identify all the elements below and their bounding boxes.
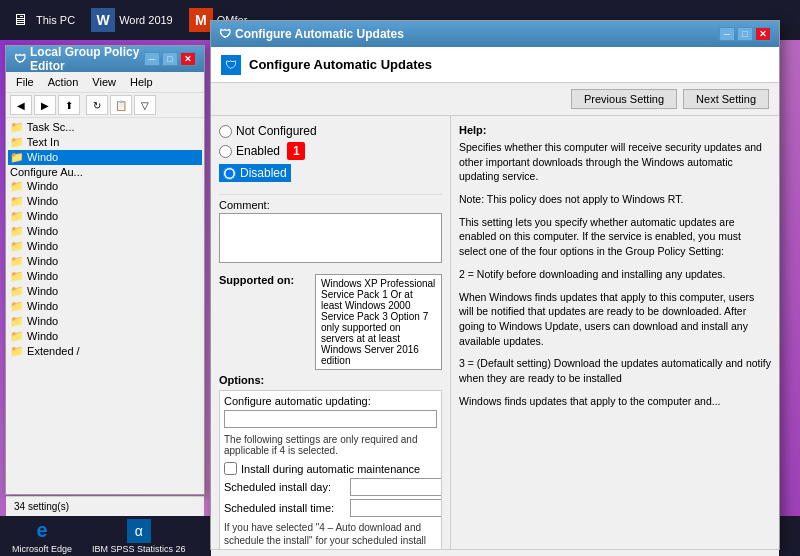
radio-not-configured-input[interactable] xyxy=(219,125,232,138)
configure-updating-row: Configure automatic updating: xyxy=(224,395,437,428)
tree-item-windo11[interactable]: 📁 Windo xyxy=(8,329,202,344)
comment-section: Comment: xyxy=(219,199,442,266)
gp-minimize-btn[interactable]: ─ xyxy=(144,52,160,66)
gp-shield-icon: 🛡 xyxy=(14,52,26,66)
help-p2: Note: This policy does not apply to Wind… xyxy=(459,192,771,207)
gp-status-bar: 34 setting(s) xyxy=(6,496,204,516)
radio-disabled-label: Disabled xyxy=(240,166,287,180)
config-right-panel: Help: Specifies whether this computer wi… xyxy=(451,116,779,549)
properties-btn[interactable]: 📋 xyxy=(110,95,132,115)
help-scroll-wrapper[interactable]: Specifies whether this computer will rec… xyxy=(459,140,771,416)
taskbar-edge[interactable]: e Microsoft Edge xyxy=(4,517,80,556)
tree-item-windo2[interactable]: 📁 Windo xyxy=(8,194,202,209)
help-p4: 2 = Notify before downloading and instal… xyxy=(459,267,771,282)
config-maximize-btn[interactable]: □ xyxy=(737,27,753,41)
gp-maximize-btn[interactable]: □ xyxy=(162,52,178,66)
tree-item-windo1[interactable]: 📁 Windo xyxy=(8,179,202,194)
tree-item-configure[interactable]: Configure Au... xyxy=(8,165,202,179)
next-setting-btn[interactable]: Next Setting xyxy=(683,89,769,109)
tree-item-windo10[interactable]: 📁 Windo xyxy=(8,314,202,329)
config-close-btn[interactable]: ✕ xyxy=(755,27,771,41)
tree-item-windo8[interactable]: 📁 Windo xyxy=(8,284,202,299)
radio-disabled-input[interactable] xyxy=(223,167,236,180)
scheduled-time-row: Scheduled install time: xyxy=(224,499,437,517)
configure-updating-input-row xyxy=(224,410,437,428)
radio-enabled[interactable]: Enabled 1 xyxy=(219,142,442,160)
edge-icon: e xyxy=(30,519,54,543)
radio-not-configured[interactable]: Not Configured xyxy=(219,124,442,138)
config-footer: OK 2 Cancel Apply xyxy=(211,549,779,556)
radio-group: Not Configured Enabled 1 Disabled xyxy=(219,124,442,186)
tree-item-tasksc[interactable]: 📁 Task Sc... xyxy=(8,120,202,135)
tree-item-textin[interactable]: 📁 Text In xyxy=(8,135,202,150)
gp-close-btn[interactable]: ✕ xyxy=(180,52,196,66)
config-title: Configure Automatic Updates xyxy=(235,27,404,41)
tree-item-windo5[interactable]: 📁 Windo xyxy=(8,239,202,254)
config-nav: Previous Setting Next Setting xyxy=(211,83,779,116)
radio-disabled-selected[interactable]: Disabled xyxy=(219,164,291,182)
config-header-icon: 🛡 xyxy=(221,55,241,75)
taskbar-item-this-pc[interactable]: 🖥 This PC xyxy=(0,2,83,38)
tree-item-windo4[interactable]: 📁 Windo xyxy=(8,224,202,239)
note-text: The following settings are only required… xyxy=(224,434,437,456)
scheduled-time-input[interactable] xyxy=(350,499,442,517)
gp-tree[interactable]: 📁 Task Sc... 📁 Text In 📁 Windo Configure… xyxy=(6,118,204,496)
config-titlebar: 🛡 Configure Automatic Updates ─ □ ✕ xyxy=(211,21,779,47)
tree-item-windo3[interactable]: 📁 Windo xyxy=(8,209,202,224)
gp-title: Local Group Policy Editor xyxy=(30,45,144,73)
help-p6: 3 = (Default setting) Download the updat… xyxy=(459,356,771,385)
back-btn[interactable]: ◀ xyxy=(10,95,32,115)
scheduled-day-label: Scheduled install day: xyxy=(224,481,344,493)
this-pc-icon: 🖥 xyxy=(8,8,32,32)
install-maintenance-checkbox[interactable] xyxy=(224,462,237,475)
up-btn[interactable]: ⬆ xyxy=(58,95,80,115)
help-section: Help: Specifies whether this computer wi… xyxy=(459,124,771,416)
gp-toolbar: ◀ ▶ ⬆ ↻ 📋 ▽ xyxy=(6,93,204,118)
help-p3: This setting lets you specify whether au… xyxy=(459,215,771,259)
config-minimize-btn[interactable]: ─ xyxy=(719,27,735,41)
taskbar-item-word[interactable]: W Word 2019 xyxy=(83,2,181,38)
config-dialog: 🛡 Configure Automatic Updates ─ □ ✕ 🛡 Co… xyxy=(210,20,780,550)
supported-text: Windows XP Professional Service Pack 1 O… xyxy=(315,274,442,370)
status-text: 34 setting(s) xyxy=(14,501,69,512)
radio-enabled-label: Enabled 1 xyxy=(236,142,305,160)
tree-item-windo9[interactable]: 📁 Windo xyxy=(8,299,202,314)
spss-label: IBM SPSS Statistics 26 xyxy=(92,544,186,554)
menu-view[interactable]: View xyxy=(86,74,122,90)
configure-updating-label: Configure automatic updating: xyxy=(224,395,437,407)
help-p1: Specifies whether this computer will rec… xyxy=(459,140,771,184)
options-scrollable[interactable]: Configure automatic updating: The follow… xyxy=(219,390,442,549)
tree-item-windo6[interactable]: 📁 Windo xyxy=(8,254,202,269)
config-shield-icon: 🛡 xyxy=(219,27,231,41)
tree-item-windo7[interactable]: 📁 Windo xyxy=(8,269,202,284)
menu-action[interactable]: Action xyxy=(42,74,85,90)
filter-btn[interactable]: ▽ xyxy=(134,95,156,115)
config-left-panel: Not Configured Enabled 1 Disabled xyxy=(211,116,451,549)
tree-item-extended[interactable]: 📁 Extended / xyxy=(8,344,202,359)
gp-content: 📁 Task Sc... 📁 Text In 📁 Windo Configure… xyxy=(6,118,204,496)
radio-not-configured-label: Not Configured xyxy=(236,124,317,138)
supported-label: Supported on: xyxy=(219,274,309,370)
previous-setting-btn[interactable]: Previous Setting xyxy=(571,89,677,109)
supported-section: Supported on: Windows XP Professional Se… xyxy=(219,274,442,370)
word-icon: W xyxy=(91,8,115,32)
radio-enabled-input[interactable] xyxy=(219,145,232,158)
spss-icon: α xyxy=(127,519,151,543)
scheduled-day-input[interactable] xyxy=(350,478,442,496)
gp-editor-window: 🛡 Local Group Policy Editor ─ □ ✕ File A… xyxy=(5,45,205,495)
install-maintenance-row[interactable]: Install during automatic maintenance xyxy=(224,462,437,475)
refresh-btn[interactable]: ↻ xyxy=(86,95,108,115)
comment-label: Comment: xyxy=(219,199,442,211)
menu-help[interactable]: Help xyxy=(124,74,159,90)
desktop: 🖥 This PC W Word 2019 M QMfor 🛡 Local Gr… xyxy=(0,0,800,556)
menu-file[interactable]: File xyxy=(10,74,40,90)
help-p7: Windows finds updates that apply to the … xyxy=(459,394,771,409)
taskbar-spss[interactable]: α IBM SPSS Statistics 26 xyxy=(84,517,194,556)
note-item: The following settings are only required… xyxy=(224,434,437,456)
forward-btn[interactable]: ▶ xyxy=(34,95,56,115)
configure-updating-input[interactable] xyxy=(224,410,437,428)
tree-item-windows[interactable]: 📁 Windo xyxy=(8,150,202,165)
description-text: If you have selected "4 – Auto download … xyxy=(224,521,437,549)
gp-titlebar: 🛡 Local Group Policy Editor ─ □ ✕ xyxy=(6,46,204,72)
comment-textarea[interactable] xyxy=(219,213,442,263)
